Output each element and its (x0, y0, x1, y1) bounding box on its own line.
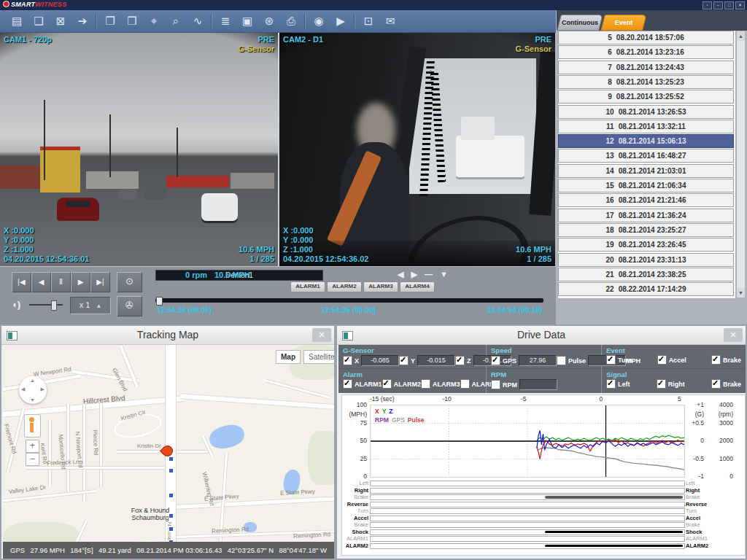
event-list-item[interactable]: 908.21.2014 13:25:52 (558, 90, 734, 104)
scroll-down-icon[interactable]: ▼ (737, 288, 745, 298)
tracking-map-close-button[interactable]: ✕ (312, 328, 331, 342)
alarm4-checkbox[interactable] (460, 379, 470, 389)
z-checkbox[interactable] (455, 356, 465, 365)
event-list-item[interactable]: 1608.21.2014 21:21:46 (558, 193, 734, 207)
turn-checkbox[interactable] (606, 355, 616, 365)
export-icon[interactable]: ➔ (71, 15, 93, 28)
window-maximize-button[interactable]: □ (724, 1, 734, 9)
report-icon[interactable]: ❐ (99, 15, 121, 28)
right-checkbox[interactable] (657, 379, 666, 389)
pause-button[interactable]: Ⅱ (51, 272, 71, 292)
monitor-mail-icon[interactable]: ⊠ (50, 15, 71, 28)
alarm-indicator-3[interactable]: ALARM3 (363, 281, 398, 292)
map-canvas[interactable]: W Newport RdGlen BlvdHillcrest BlvdKrist… (3, 345, 334, 542)
snapshot-button[interactable]: ⊙ (117, 272, 142, 292)
search-icon[interactable]: ⌕ (165, 15, 187, 28)
drive-data-title-bar[interactable]: Drive Data ✕ (337, 326, 746, 345)
rpm-checkbox[interactable] (491, 380, 500, 389)
skip-start-button[interactable]: |◀ (12, 272, 31, 292)
x-checkbox[interactable] (343, 356, 352, 365)
x-value-field[interactable]: -0.085 (361, 355, 399, 366)
play-circle-icon[interactable]: ▶ (330, 15, 352, 28)
left-checkbox[interactable] (606, 379, 616, 389)
event-list-item[interactable]: 2108.21.2014 23:38:25 (558, 268, 734, 281)
print-icon[interactable]: ⎙ (280, 15, 302, 28)
location-icon[interactable]: ⌖ (143, 15, 165, 28)
event-list-item[interactable]: 2208.22.2014 17:14:29 (558, 282, 734, 296)
event-list-item[interactable]: 808.21.2014 13:25:23 (558, 75, 734, 89)
folder-open-icon[interactable]: ❏ (28, 15, 50, 28)
brake-checkbox[interactable] (711, 355, 721, 365)
rpm-value-field[interactable] (519, 379, 557, 390)
pan-up-icon[interactable]: ▲ (30, 378, 35, 383)
dropdown-icon[interactable]: ▼ (440, 270, 448, 279)
next-event-icon[interactable]: ▶ (411, 270, 417, 279)
export-video-button[interactable]: ✇ (117, 296, 142, 316)
skip-end-button[interactable]: ▶| (90, 272, 110, 292)
street-view-pegman[interactable] (24, 414, 41, 438)
record-icon[interactable]: ◉ (308, 15, 330, 28)
y-checkbox[interactable] (399, 356, 409, 365)
gps-value-field[interactable]: 27.96 (519, 355, 557, 366)
window-restore-button[interactable]: ▫ (703, 1, 712, 9)
event-list-item[interactable]: 1808.21.2014 23:25:27 (558, 223, 734, 237)
tab-event[interactable]: Event (603, 15, 645, 31)
playback-speed-select[interactable]: x 1▲ (70, 297, 111, 314)
event-list-item[interactable]: 508.20.2014 18:57:06 (558, 31, 734, 44)
y-value-field[interactable]: -0.015 (417, 355, 455, 366)
capture-icon[interactable]: ▣ (236, 15, 258, 28)
speed-up-arrow-icon[interactable]: ▲ (96, 303, 101, 309)
pan-right-icon[interactable]: ▶ (41, 386, 44, 392)
alarm3-checkbox[interactable] (421, 379, 430, 389)
volume-handle[interactable] (51, 300, 57, 311)
progress-handle[interactable] (156, 297, 163, 306)
accel-checkbox[interactable] (657, 355, 667, 365)
map-pan-control[interactable]: ▲ ▼ ◀ ▶ (19, 376, 47, 404)
event-list-item-selected[interactable]: 1208.21.2014 15:06:13 (558, 134, 734, 148)
alarm2-checkbox[interactable] (382, 379, 392, 389)
report-copy-icon[interactable]: ❒ (121, 15, 143, 28)
event-list-item[interactable]: 1108.21.2014 13:32:11 (558, 120, 734, 133)
progress-track[interactable] (155, 298, 543, 303)
alarm-indicator-4[interactable]: ALARM4 (400, 281, 435, 292)
data-grid-icon[interactable]: ≣ (214, 15, 236, 28)
brake-checkbox[interactable] (711, 379, 721, 389)
event-list-item[interactable]: 2008.21.2014 23:31:13 (558, 253, 734, 267)
zoom-in-button[interactable]: + (26, 440, 39, 453)
event-list-item[interactable]: 1408.21.2014 21:03:01 (558, 164, 734, 178)
gps-checkbox[interactable] (491, 356, 500, 365)
pan-left-icon[interactable]: ◀ (21, 386, 25, 392)
chat-icon[interactable]: ✉ (379, 15, 401, 28)
window-close-button[interactable]: ✕ (735, 1, 745, 9)
film-icon[interactable]: ⊛ (258, 15, 280, 28)
gsensor-wave-icon[interactable]: ∿ (187, 15, 209, 28)
event-list-item[interactable]: 608.21.2014 13:23:16 (558, 45, 734, 59)
play-button[interactable]: ▶ (71, 272, 90, 292)
step-back-button[interactable]: ◀ (31, 272, 51, 292)
event-list-item[interactable]: 708.21.2014 13:24:43 (558, 61, 734, 74)
alarm1-checkbox[interactable] (343, 379, 352, 389)
event-list-scrollbar[interactable]: ▲ ▼ (736, 31, 746, 298)
remote-device-icon[interactable]: ⊡ (357, 15, 379, 28)
volume-slider[interactable] (29, 304, 63, 306)
event-list-item[interactable]: 1008.21.2014 13:26:53 (558, 105, 734, 119)
map-type-button[interactable]: Map (276, 350, 301, 364)
tracking-map-title-bar[interactable]: Tracking Map ✕ (1, 326, 334, 345)
alarm-indicator-1[interactable]: ALARM1 (290, 281, 325, 292)
satellite-type-button[interactable]: Satellite (303, 350, 334, 364)
tab-continuous[interactable]: Continuous (559, 15, 601, 31)
event-list-item[interactable]: 1308.21.2014 16:48:27 (558, 149, 734, 163)
clipboard-icon[interactable]: ▤ (6, 15, 28, 28)
event-list-item[interactable]: 1708.21.2014 21:36:24 (558, 209, 734, 222)
pan-down-icon[interactable]: ▼ (30, 397, 35, 402)
drive-data-close-button[interactable]: ✕ (724, 328, 743, 342)
zoom-out-button[interactable]: − (26, 453, 39, 466)
window-minimize-button[interactable]: – (713, 1, 723, 9)
camera2-view[interactable]: CAM2 - D1 PREG-Sensor X :0.000Y :0.000Z … (279, 33, 555, 266)
camera1-view[interactable]: CAM1 - 720p PREG-Sensor X :0.000Y :0.000… (0, 33, 278, 266)
alarm-indicator-2[interactable]: ALARM2 (327, 281, 362, 292)
scroll-up-icon[interactable]: ▲ (737, 31, 745, 41)
event-list-item[interactable]: 1508.21.2014 21:06:34 (558, 179, 734, 192)
speaker-icon[interactable]: ◖) (12, 299, 20, 310)
prev-event-icon[interactable]: ◀ (398, 270, 403, 279)
